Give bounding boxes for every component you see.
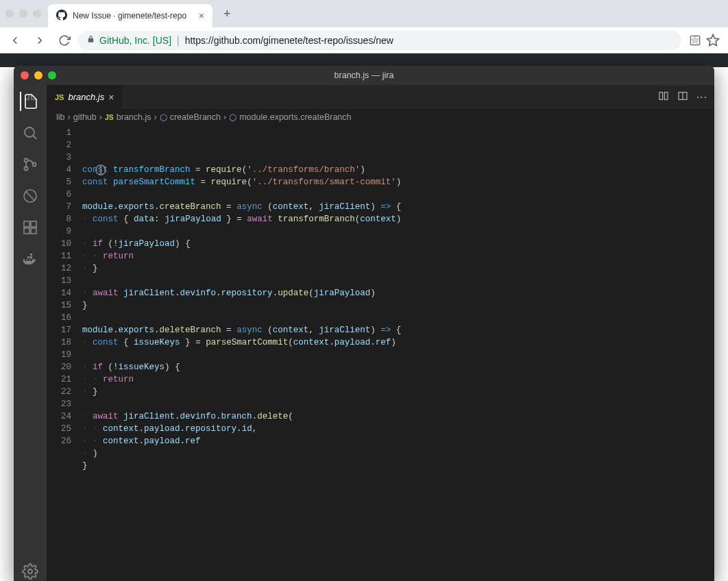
translate-extension-icon[interactable]	[688, 34, 702, 47]
code-line[interactable]	[82, 275, 714, 287]
browser-tab[interactable]: New Issue · gimenete/test-repo ×	[48, 4, 213, 27]
zoom-window-dot[interactable]	[33, 10, 41, 18]
minimize-window-dot[interactable]	[19, 10, 27, 18]
editor-tab-row: JS branch.js × ···	[47, 85, 714, 109]
breadcrumb-separator-icon: ›	[99, 112, 102, 122]
svg-rect-8	[24, 221, 29, 227]
code-line[interactable]: module.exports.createBranch = async (con…	[82, 201, 714, 213]
code-line[interactable]: · )	[82, 447, 714, 460]
code-line[interactable]	[82, 398, 714, 410]
code-line[interactable]	[82, 472, 714, 484]
browser-tab-strip: New Issue · gimenete/test-repo × +	[0, 0, 728, 27]
forward-button[interactable]	[29, 29, 51, 51]
macos-window-controls	[5, 10, 48, 18]
github-header-strip	[0, 53, 728, 67]
code-line[interactable]: module.exports.deleteBranch = async (con…	[82, 324, 714, 336]
code-line[interactable]: const transformBranch = require('../tran…	[82, 164, 714, 176]
activity-bar	[14, 85, 47, 581]
browser-nav-bar: GitHub, Inc. [US] | https://github.com/g…	[0, 27, 728, 53]
new-tab-button[interactable]: +	[219, 5, 235, 23]
reload-button[interactable]	[53, 29, 75, 51]
extensions-icon[interactable]	[21, 218, 40, 237]
code-lines[interactable]: const transformBranch = require('../tran…	[78, 125, 714, 581]
editor-minimize-dot[interactable]	[34, 71, 43, 79]
code-line[interactable]: const parseSmartCommit = require('../tra…	[82, 176, 714, 188]
breadcrumb-item[interactable]: github	[73, 112, 97, 122]
code-line[interactable]: · await jiraClient.devinfo.repository.up…	[82, 287, 714, 299]
svg-rect-9	[31, 221, 36, 227]
svg-rect-13	[659, 92, 663, 99]
code-line[interactable]: }	[82, 460, 714, 472]
docker-icon[interactable]	[21, 249, 40, 269]
code-line[interactable]: }	[82, 299, 714, 312]
svg-line-3	[34, 136, 37, 140]
file-tab[interactable]: JS branch.js ×	[47, 85, 123, 109]
github-favicon-icon	[56, 10, 67, 23]
tab-close-icon[interactable]: ×	[199, 10, 204, 21]
code-line[interactable]: · await jiraClient.devinfo.branch.delete…	[82, 410, 714, 423]
editor-close-dot[interactable]	[21, 71, 29, 79]
code-line[interactable]	[82, 188, 714, 201]
editor-zoom-dot[interactable]	[48, 71, 56, 79]
svg-point-4	[25, 159, 28, 162]
editor-window-controls	[21, 71, 56, 79]
code-line[interactable]: · }	[82, 262, 714, 275]
editor-window-title: branch.js — jira	[335, 71, 394, 80]
svg-point-2	[25, 127, 34, 137]
source-control-icon[interactable]	[21, 155, 40, 174]
code-line[interactable]: · }	[82, 386, 714, 398]
breadcrumb-separator-icon: ›	[68, 112, 71, 122]
address-separator: |	[175, 35, 181, 46]
code-editor[interactable]: 1234567891011121314151617181920212223242…	[47, 125, 714, 581]
more-actions-icon[interactable]: ···	[696, 91, 707, 103]
settings-gear-icon[interactable]	[21, 562, 40, 581]
breadcrumb-separator-icon: ›	[223, 112, 226, 122]
code-line[interactable]: · if (!issueKeys) {	[82, 361, 714, 373]
code-line[interactable]	[82, 312, 714, 324]
back-button[interactable]	[4, 29, 26, 51]
lock-icon	[86, 35, 95, 46]
code-line[interactable]: · const { issueKeys } = parseSmartCommit…	[82, 336, 714, 349]
code-line[interactable]: · · return	[82, 250, 714, 262]
split-editor-icon[interactable]	[677, 90, 688, 104]
svg-rect-14	[664, 92, 668, 99]
breadcrumb-item[interactable]: ⬡ createBranch	[160, 112, 221, 123]
svg-point-12	[28, 569, 32, 573]
code-line[interactable]	[82, 349, 714, 361]
compare-changes-icon[interactable]	[658, 90, 669, 104]
svg-point-5	[25, 167, 28, 171]
bookmark-star-icon[interactable]	[706, 34, 720, 47]
explorer-icon[interactable]	[20, 92, 39, 111]
breadcrumb-separator-icon: ›	[154, 112, 157, 122]
breadcrumb-item[interactable]: JS branch.js	[105, 112, 151, 122]
tab-title: New Issue · gimenete/test-repo	[73, 11, 193, 21]
file-tab-name: branch.js	[68, 92, 104, 102]
svg-marker-1	[707, 34, 719, 45]
code-line[interactable]: · · context.payload.repository.id,	[82, 423, 714, 435]
code-line[interactable]	[82, 225, 714, 238]
debug-icon[interactable]	[21, 186, 40, 206]
svg-rect-10	[24, 228, 29, 234]
breadcrumb-item[interactable]: lib	[56, 112, 65, 122]
editor-window: branch.js — jira JS branch.js ×	[14, 66, 714, 581]
code-line[interactable]: · if (!jiraPayload) {	[82, 238, 714, 250]
address-secure-label: GitHub, Inc. [US]	[99, 35, 171, 46]
js-file-icon: JS	[55, 93, 64, 101]
line-gutter: 1234567891011121314151617181920212223242…	[47, 125, 78, 581]
code-line[interactable]: · const { data: jiraPayload } = await tr…	[82, 213, 714, 225]
code-line[interactable]: · · context.payload.ref	[82, 435, 714, 447]
search-icon[interactable]	[21, 123, 40, 143]
svg-rect-11	[31, 228, 36, 234]
file-tab-close-icon[interactable]: ×	[108, 92, 114, 103]
address-bar[interactable]: GitHub, Inc. [US] | https://github.com/g…	[78, 31, 681, 50]
breadcrumbs[interactable]: lib›github›JS branch.js›⬡ createBranch›⬡…	[47, 109, 714, 125]
editor-titlebar: branch.js — jira	[14, 66, 714, 85]
code-line[interactable]: · · return	[82, 373, 714, 386]
close-window-dot[interactable]	[5, 10, 14, 18]
breadcrumb-item[interactable]: ⬡ module.exports.createBranch	[229, 112, 351, 123]
address-url: https://github.com/gimenete/test-repo/is…	[185, 35, 393, 46]
